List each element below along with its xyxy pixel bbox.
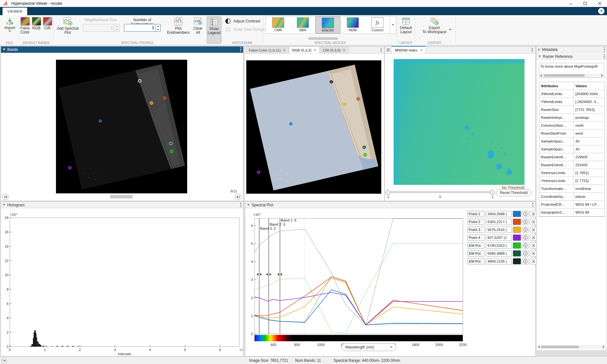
first-band-status-icon[interactable] xyxy=(1,358,7,363)
panel-list-icon[interactable] xyxy=(386,48,390,52)
rgb-button[interactable]: RGB xyxy=(32,17,41,30)
legend-color-swatch[interactable] xyxy=(513,234,521,241)
remove-point-button[interactable] xyxy=(530,258,537,264)
legend-point-value[interactable]: 2604,3588 ( xyxy=(486,211,512,217)
last-band-button[interactable] xyxy=(235,194,241,200)
tab-false-color-1-6-11-[interactable]: False Color (1,6,11) xyxy=(246,46,289,53)
histogram-menu-icon[interactable] xyxy=(240,203,241,207)
default-layout-button[interactable]: Default Layout xyxy=(398,17,414,34)
color-tabs-menu-icon[interactable] xyxy=(381,48,382,52)
expand-metadata-icon[interactable] xyxy=(538,48,540,51)
remove-point-button[interactable] xyxy=(530,234,537,241)
help-button[interactable]: ? xyxy=(598,8,604,14)
remove-point-button[interactable] xyxy=(530,219,537,225)
tab-rgb-5-3-2-[interactable]: RGB (5,3,2) xyxy=(289,46,320,53)
info-button[interactable] xyxy=(522,211,529,217)
info-scrollbar[interactable] xyxy=(539,73,604,78)
endmembers-down-button[interactable] xyxy=(156,28,160,31)
panel-bottom-scrollbar[interactable] xyxy=(537,345,605,349)
close-button[interactable] xyxy=(592,0,607,7)
import-button[interactable]: Import xyxy=(2,17,18,32)
legend-color-swatch[interactable] xyxy=(513,219,521,225)
endmembers-up-button[interactable] xyxy=(156,24,160,28)
info-button[interactable] xyxy=(522,242,529,249)
add-spectral-plot-button[interactable]: Add Spectral Plot xyxy=(54,17,81,35)
legend-point-value[interactable]: 5576,2516 ( xyxy=(486,227,512,233)
info-button[interactable] xyxy=(522,227,529,233)
threshold-slider-max-handle[interactable] xyxy=(490,190,495,195)
histogram-chart[interactable]: 0246810121416180123456×10⁶×10⁴Intensity xyxy=(1,208,242,355)
index-nbr-button[interactable]: NBR xyxy=(291,16,315,33)
tab-cir-5-3-6-[interactable]: CIR (5,3,6) xyxy=(320,46,349,53)
collapse-histogram-icon[interactable] xyxy=(3,204,5,206)
panel-scrollbar-thumb[interactable] xyxy=(541,346,579,348)
scroll-left-icon[interactable] xyxy=(540,74,542,77)
legend-point-name[interactable]: Point 4 xyxy=(467,234,485,241)
panel-scroll-left-icon[interactable] xyxy=(538,346,540,348)
reset-threshold-button[interactable]: Reset Threshold xyxy=(496,189,531,196)
rgb-image[interactable] xyxy=(246,60,381,194)
adjust-contrast-button[interactable]: Adjust Contrast xyxy=(225,18,260,24)
x-axis-unit-dropdown[interactable]: Wavelength (nm) xyxy=(342,343,396,351)
info-scrollbar-thumb[interactable] xyxy=(544,74,585,77)
tab-viewer[interactable]: VIEWER xyxy=(3,8,27,15)
legend-point-name[interactable]: EM Poi xyxy=(467,258,485,264)
collapse-raster-icon[interactable] xyxy=(538,56,541,57)
band-image[interactable] xyxy=(56,60,187,193)
panel-scroll-right-icon[interactable] xyxy=(603,346,604,348)
band-scrollbar-thumb[interactable] xyxy=(110,195,133,198)
legend-point-name[interactable]: Point 1 xyxy=(467,211,485,217)
remove-point-button[interactable] xyxy=(530,242,537,249)
legend-color-swatch[interactable] xyxy=(513,242,521,249)
close-tab-icon[interactable] xyxy=(420,49,423,52)
threshold-slider-track[interactable] xyxy=(388,191,492,193)
index-custom-button[interactable]: fx Custom xyxy=(365,16,390,33)
first-band-button[interactable] xyxy=(2,194,9,200)
maximize-button[interactable] xyxy=(578,0,592,7)
indices-gallery-scrollbar[interactable] xyxy=(308,37,338,40)
legend-point-name[interactable]: Point 2 xyxy=(467,219,485,225)
metadata-menu-icon[interactable] xyxy=(604,47,605,52)
legend-point-value[interactable]: 4858,1235 ( xyxy=(486,258,512,264)
info-button[interactable] xyxy=(522,219,529,225)
cir-button[interactable]: CIR xyxy=(43,17,52,30)
remove-point-button[interactable] xyxy=(530,227,537,233)
spectral-menu-icon[interactable] xyxy=(532,203,533,207)
mndwi-image[interactable] xyxy=(394,59,524,185)
bands-menu-icon[interactable] xyxy=(240,47,241,52)
legend-color-swatch[interactable] xyxy=(513,258,521,264)
info-button[interactable] xyxy=(522,250,529,257)
legend-point-value[interactable]: 6350,2217 ( xyxy=(486,219,512,225)
info-button[interactable] xyxy=(522,234,529,241)
index-mndwi-button[interactable]: MNDWI xyxy=(315,16,340,33)
export-to-workspace-button[interactable]: Export To Workspace xyxy=(418,17,451,34)
legend-point-value[interactable]: 827,6297 (1 xyxy=(486,234,512,241)
legend-point-value[interactable]: 6740,5323 ( xyxy=(486,242,512,249)
legend-color-swatch[interactable] xyxy=(513,227,521,233)
legend-color-swatch[interactable] xyxy=(513,250,521,257)
mndwi-menu-icon[interactable] xyxy=(532,48,533,52)
info-button[interactable] xyxy=(522,258,529,264)
legend-point-name[interactable]: EM Poi xyxy=(467,242,485,249)
index-ndbi-button[interactable]: NDBI xyxy=(340,16,365,33)
remove-point-button[interactable] xyxy=(530,250,537,257)
legend-point-name[interactable]: EM Poi xyxy=(467,250,485,257)
collapse-bands-icon[interactable] xyxy=(3,49,5,50)
collapse-spectral-icon[interactable] xyxy=(247,204,250,206)
legend-point-value[interactable]: 6686,4888 ( xyxy=(486,250,512,257)
index-cmr-button[interactable]: CMR xyxy=(266,16,291,33)
close-tab-icon[interactable] xyxy=(283,49,286,52)
raster-menu-icon[interactable] xyxy=(604,54,605,58)
gallery-expand-button[interactable] xyxy=(390,16,396,34)
false-color-button[interactable]: False Color xyxy=(20,17,30,35)
num-endmembers-input[interactable] xyxy=(124,24,155,31)
close-tab-icon[interactable] xyxy=(314,49,316,52)
scroll-right-icon[interactable] xyxy=(601,74,603,77)
legend-point-name[interactable]: Point 3 xyxy=(467,227,485,233)
show-legend-toggle[interactable]: Show Legend xyxy=(207,16,221,44)
plot-endmembers-button[interactable]: Plot Endmembers xyxy=(167,17,190,35)
tab-mndwi-index[interactable]: MNDWI Index xyxy=(392,46,426,53)
minimize-button[interactable] xyxy=(563,0,578,7)
remove-point-button[interactable] xyxy=(530,211,537,217)
close-tab-icon[interactable] xyxy=(343,49,346,52)
